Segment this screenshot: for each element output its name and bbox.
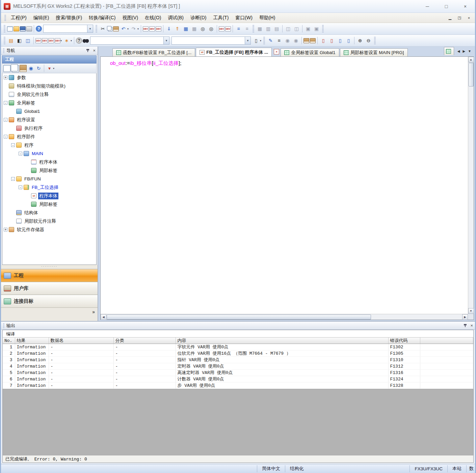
display-lines-icon[interactable]: ◫ bbox=[284, 25, 292, 33]
entry-data-monitor-icon[interactable]: ◎ bbox=[207, 25, 215, 33]
write-to-plc-icon[interactable]: ⇓ bbox=[165, 25, 173, 33]
menu-item-8[interactable]: 诊断(D) bbox=[187, 14, 210, 22]
device-comment-2-icon[interactable] bbox=[35, 38, 41, 43]
toolbar-drag-handle[interactable] bbox=[253, 25, 254, 32]
scroll-left-icon[interactable]: ◀ bbox=[101, 314, 106, 320]
tree-item-global1[interactable]: Global1 bbox=[2, 107, 96, 116]
menu-item-6[interactable]: 在线(O) bbox=[141, 14, 164, 22]
menu-item-10[interactable]: 窗口(W) bbox=[232, 14, 256, 22]
tree-item-main-program-body[interactable]: 程序本体 bbox=[2, 158, 96, 166]
tree-item-device-memory[interactable]: +软元件存储器 bbox=[2, 225, 96, 234]
output-row[interactable]: 1Information--字软元件 VAR用 使用0点F1302 bbox=[3, 344, 473, 350]
tree-item-pou[interactable]: -程序部件 bbox=[2, 132, 96, 141]
undo-icon-dropdown[interactable]: ▾ bbox=[127, 27, 129, 30]
device-label-icon[interactable] bbox=[42, 38, 48, 43]
output-compile-tab[interactable]: 编译 bbox=[3, 330, 473, 337]
bookmark-next-icon[interactable]: ▯ bbox=[345, 37, 352, 45]
collapse-icon[interactable]: - bbox=[19, 152, 22, 155]
window-tile-icon[interactable]: ▣ bbox=[313, 25, 320, 33]
bookmark-prev-icon[interactable]: ▯ bbox=[336, 37, 344, 45]
nav-button-project[interactable]: 工程 bbox=[1, 269, 98, 282]
copy-icon[interactable] bbox=[107, 26, 111, 30]
tree-item-main[interactable]: -MAIN bbox=[2, 149, 96, 158]
output-column-header[interactable]: 结果 bbox=[15, 338, 49, 344]
output-drag-handle[interactable] bbox=[3, 323, 4, 328]
toolbar-drag-handle[interactable] bbox=[96, 25, 97, 32]
device-find-icon-dropdown[interactable]: ▾ bbox=[60, 39, 62, 42]
document-menu-icon-dropdown[interactable]: ▾ bbox=[260, 39, 261, 42]
project-selector-combo[interactable]: ▼ bbox=[43, 25, 93, 33]
new-data-icon[interactable] bbox=[3, 65, 10, 72]
tab-global-label-setting[interactable]: 全局标签设置 Global1 bbox=[281, 48, 339, 56]
horizontal-scrollbar[interactable]: ◀ ▶ bbox=[101, 314, 468, 320]
intelligent-function-icon[interactable]: ∗ bbox=[63, 37, 71, 45]
zoom-out-icon[interactable]: ⊖ bbox=[365, 37, 372, 45]
tree-item-special-module[interactable]: 特殊模块(智能功能模块) bbox=[2, 82, 96, 90]
work-window-icon[interactable]: ◫ bbox=[24, 37, 32, 45]
edit-mode-icon[interactable]: ✎ bbox=[267, 37, 274, 45]
document-menu-icon[interactable]: ▯ bbox=[252, 37, 260, 45]
monitor-stop-icon[interactable]: ▦ bbox=[190, 25, 198, 33]
copy-data-icon[interactable] bbox=[11, 64, 18, 71]
mdi-close-button[interactable]: × bbox=[465, 15, 473, 21]
project-data-list-icon[interactable]: ▤ bbox=[7, 37, 15, 45]
find-target-combo[interactable]: ▼ bbox=[90, 36, 169, 45]
rebuild-all-icon[interactable]: ≡ bbox=[243, 25, 251, 33]
output-row[interactable]: 4Information--定时器 VAR用 使用0点F1312 bbox=[3, 363, 473, 370]
vertical-scrollbar[interactable]: ▲ ▼ bbox=[468, 57, 474, 314]
read-mode-icon[interactable]: ≡ bbox=[275, 37, 283, 45]
monitor-start-icon[interactable]: ▦ bbox=[182, 25, 190, 33]
tab-fb-program-body-st[interactable]: FB_工位选择 [FB] 程序本体 ... bbox=[196, 48, 272, 56]
tree-item-fb-fun-folder[interactable]: -FB/FUN bbox=[2, 175, 96, 183]
navigation-drag-handle[interactable] bbox=[3, 48, 4, 53]
undo-icon[interactable]: ↶ bbox=[120, 25, 127, 33]
output-column-header[interactable]: 错误代码 bbox=[388, 338, 420, 344]
filter-icon[interactable]: ▾ bbox=[46, 65, 53, 72]
tab-close-icon[interactable]: × bbox=[274, 49, 279, 54]
scroll-up-icon[interactable]: ▲ bbox=[468, 57, 474, 63]
build-icon[interactable]: ≡ bbox=[235, 25, 242, 33]
tab-list-icon[interactable]: ▼ bbox=[468, 49, 471, 53]
nav-overflow-chevron[interactable]: » bbox=[92, 309, 95, 315]
redo-icon[interactable]: ↷ bbox=[130, 25, 137, 33]
tree-item-fb-station-select[interactable]: -FB_工位选择 bbox=[2, 183, 96, 192]
sort-icon[interactable]: ↻ bbox=[35, 65, 42, 72]
toolbar-drag-handle[interactable] bbox=[263, 37, 265, 44]
expand-icon[interactable]: + bbox=[4, 76, 7, 79]
menu-item-7[interactable]: 调试(B) bbox=[164, 14, 187, 22]
output-row[interactable]: 7Information--步 VAR用 使用0点F1328 bbox=[3, 382, 473, 389]
filter-icon-dropdown[interactable]: ▾ bbox=[53, 67, 54, 70]
device-test-icon[interactable] bbox=[225, 26, 231, 31]
output-row[interactable]: 3Information--指针 VAR用 使用0点F1310 bbox=[3, 357, 473, 363]
vertical-scroll-thumb[interactable] bbox=[469, 63, 474, 86]
collapse-icon[interactable]: - bbox=[11, 177, 15, 181]
help-icon[interactable]: ? bbox=[36, 26, 42, 32]
output-row[interactable]: 2Information--位软元件 VAR用 使用16点 （范围 M7664 … bbox=[3, 350, 473, 357]
find-string-combo[interactable]: ▼ bbox=[171, 36, 251, 45]
minimize-button[interactable]: ─ bbox=[420, 2, 434, 10]
output-column-header[interactable]: 分类 bbox=[113, 338, 176, 344]
menu-item-9[interactable]: 工具(T) bbox=[210, 14, 232, 22]
new-project-icon[interactable] bbox=[7, 26, 13, 31]
navigation-close-icon[interactable]: × bbox=[93, 48, 96, 53]
tree-item-global-device-comment[interactable]: 全局软元件注释 bbox=[2, 90, 96, 99]
save-project-icon[interactable] bbox=[20, 26, 26, 31]
paste-icon[interactable] bbox=[113, 26, 119, 31]
statement-display-icon[interactable]: ▥ bbox=[264, 25, 272, 33]
horizontal-scroll-thumb[interactable] bbox=[107, 315, 371, 320]
menu-item-2[interactable]: 编辑(E) bbox=[30, 14, 53, 22]
device-display-2-icon[interactable]: ◉ bbox=[27, 65, 34, 72]
zoom-in-icon[interactable]: ⊕ bbox=[356, 37, 364, 45]
window-cascade-icon[interactable]: ▣ bbox=[304, 25, 312, 33]
bookmark-clear-icon[interactable]: ▯ bbox=[328, 37, 336, 45]
output-row[interactable]: 5Information--高速定时器 VAR用 使用0点F1316 bbox=[3, 370, 473, 376]
combo-dropdown-icon[interactable]: ▼ bbox=[163, 37, 169, 44]
mdi-restore-button[interactable]: ◳ bbox=[455, 15, 464, 21]
toolbar-drag-handle[interactable] bbox=[322, 25, 324, 32]
menu-item-5[interactable]: 视图(V) bbox=[119, 14, 141, 22]
menu-item-3[interactable]: 搜索/替换(F) bbox=[52, 14, 85, 22]
collapse-icon[interactable]: - bbox=[4, 135, 7, 139]
st-code-editor[interactable]: ob_out:=ib_移位串[ii_工位选择]; ▲ ▼ ◀ ▶ bbox=[100, 56, 474, 320]
expand-icon[interactable]: + bbox=[4, 228, 7, 231]
mdi-minimize-button[interactable]: ▁ bbox=[446, 15, 454, 21]
